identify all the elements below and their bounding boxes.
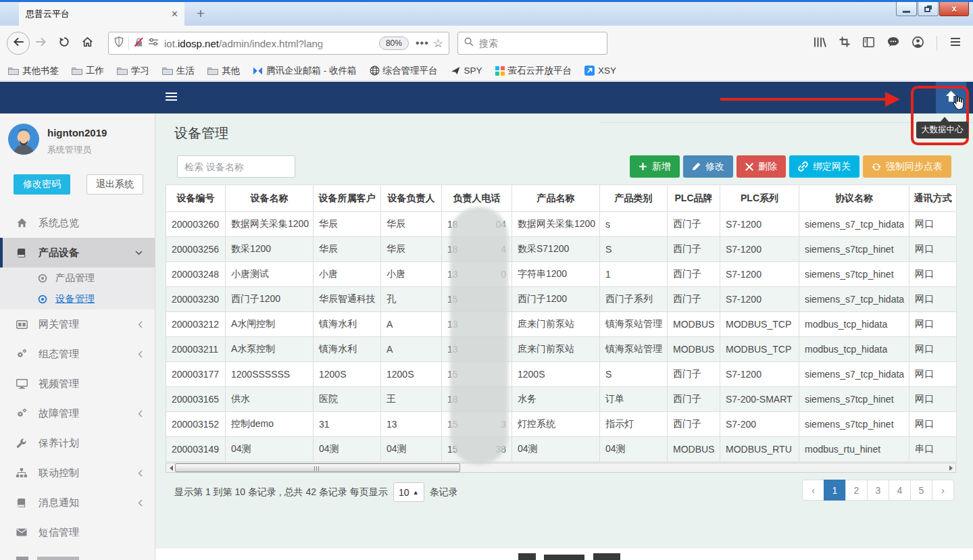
- table-row[interactable]: 200003152控制demo3113153灯控系统指示灯西门子S7-200si…: [166, 412, 957, 437]
- edit-button[interactable]: 修改: [683, 155, 733, 178]
- reload-button[interactable]: [53, 32, 76, 55]
- screenshot-icon[interactable]: [839, 36, 850, 50]
- home-button[interactable]: [76, 32, 99, 55]
- library-icon[interactable]: [814, 36, 826, 51]
- shield-icon[interactable]: [114, 36, 124, 50]
- bookmark-other-bookmarks[interactable]: 其他书签: [8, 65, 59, 77]
- column-header[interactable]: PLC品牌: [668, 185, 720, 212]
- pager-page-4[interactable]: 4: [889, 480, 911, 501]
- browser-search-input[interactable]: [479, 38, 587, 49]
- bookmark-ys7-open-platform[interactable]: 萤石云开放平台: [495, 65, 572, 77]
- new-tab-button[interactable]: +: [191, 5, 210, 24]
- bookmark-integrated-platform[interactable]: 综合管理平台: [370, 65, 438, 77]
- device-search-input[interactable]: [177, 155, 295, 178]
- messenger-icon[interactable]: [887, 36, 899, 50]
- menu-icon[interactable]: [950, 37, 961, 49]
- bookmark-xsy[interactable]: XSY: [584, 66, 616, 76]
- table-cell: 04测: [381, 437, 442, 462]
- table-cell: 小唐: [314, 262, 381, 287]
- back-button[interactable]: [7, 32, 30, 55]
- avatar[interactable]: [8, 124, 39, 157]
- bookmark-tencent-mail[interactable]: 腾讯企业邮箱 - 收件箱: [253, 65, 357, 77]
- zoom-indicator[interactable]: 80%: [379, 36, 409, 50]
- change-password-button[interactable]: 修改密码: [14, 174, 70, 195]
- table-row[interactable]: 200003256数采1200华辰华辰184数采S71200S西门子S7-120…: [166, 237, 957, 262]
- column-header[interactable]: 设备名称: [226, 185, 314, 212]
- browser-search[interactable]: [457, 32, 607, 55]
- sidebar-toggle-button[interactable]: [166, 93, 177, 103]
- scroll-left-icon[interactable]: [166, 463, 176, 472]
- pager-page-2[interactable]: 2: [845, 480, 868, 501]
- window-minimize-button[interactable]: [896, 2, 917, 16]
- column-header[interactable]: 产品类别: [600, 185, 668, 212]
- bookmark-other[interactable]: 其他: [207, 65, 240, 77]
- table-row[interactable]: 200003260数据网关采集1200华辰华辰1804数据网关采集1200s西门…: [166, 212, 957, 237]
- scrollbar-thumb[interactable]: [175, 463, 460, 472]
- forward-button[interactable]: [30, 32, 53, 55]
- bookmark-label: XSY: [598, 66, 616, 76]
- table-header: 设备编号设备名称设备所属客户设备负责人负责人电话产品名称产品类别PLC品牌PLC…: [166, 185, 957, 212]
- table-row[interactable]: 20000314904测04测04测153804测04测MODBUSMODBUS…: [166, 437, 957, 462]
- bookmark-star-icon[interactable]: ☆: [433, 36, 443, 51]
- pager-page-3[interactable]: 3: [867, 480, 889, 501]
- bookmark-life[interactable]: 生活: [162, 65, 195, 77]
- force-sync-button[interactable]: 强制同步点表: [863, 155, 951, 178]
- sidebar-item-maintenance-plan[interactable]: 保养计划: [0, 428, 155, 458]
- sidebar-item-device-management[interactable]: 设备管理: [0, 288, 155, 309]
- tab-close-icon[interactable]: ×: [172, 8, 178, 20]
- column-header[interactable]: 设备负责人: [381, 185, 442, 212]
- horizontal-scrollbar[interactable]: [166, 463, 956, 473]
- logout-button[interactable]: 退出系统: [86, 174, 143, 195]
- bookmark-label: 其他: [222, 65, 240, 77]
- scroll-right-icon[interactable]: [946, 463, 955, 472]
- table-row[interactable]: 200003248小唐测试小唐小唐130字符串12001西门子S7-1200si…: [166, 262, 957, 287]
- sidebar-item-label: 保养计划: [39, 437, 79, 450]
- sidebar-item-fault-management[interactable]: 故障管理: [0, 399, 155, 428]
- pager-page-5[interactable]: 5: [910, 480, 932, 501]
- sidebar-item-product-management[interactable]: 产品管理: [0, 268, 155, 288]
- bind-gateway-button[interactable]: 绑定网关: [789, 155, 859, 178]
- table-row[interactable]: 200003211A水泵控制镇海水利A13庶来门前泵站镇海泵站管理MODBUSM…: [166, 337, 957, 362]
- sidebar-item-gateway-management[interactable]: 网关管理: [0, 309, 155, 339]
- column-header[interactable]: 产品名称: [512, 185, 600, 212]
- column-header[interactable]: PLC系列: [720, 185, 799, 212]
- table-cell: S7-200-SMART: [720, 387, 799, 412]
- table-row[interactable]: 200003165供水医院王18水务订单西门子S7-200-SMARTsieme…: [166, 387, 957, 412]
- sidebar-item-video-management[interactable]: 视频管理: [0, 369, 155, 399]
- add-button[interactable]: 新增: [630, 155, 680, 178]
- pager-page-1[interactable]: 1: [824, 480, 846, 501]
- bookmark-study[interactable]: 学习: [117, 65, 149, 77]
- page-actions-icon[interactable]: •••: [416, 37, 429, 49]
- table-row[interactable]: 2000031771200SSSSSS1200S1200S151200SS西门子…: [166, 362, 957, 387]
- sidebar-item-linkage-control[interactable]: 联动控制: [0, 458, 155, 488]
- bookmark-work[interactable]: 工作: [72, 65, 104, 77]
- window-close-button[interactable]: x: [939, 2, 969, 16]
- pagination-info-suffix: 条记录: [430, 486, 458, 499]
- sidebar-item-sms-management[interactable]: 短信管理: [0, 517, 155, 547]
- account-icon[interactable]: [912, 36, 924, 51]
- titlebar: 思普云平台 × + x: [0, 2, 973, 26]
- column-header[interactable]: 协议名称: [799, 185, 909, 212]
- book-icon: [16, 498, 30, 508]
- pager-prev[interactable]: ‹: [802, 480, 824, 501]
- delete-button[interactable]: 删除: [737, 155, 786, 178]
- pager-next[interactable]: ›: [932, 480, 954, 501]
- column-header[interactable]: 通讯方式: [909, 185, 957, 212]
- sidebars-icon[interactable]: [863, 37, 874, 50]
- column-header[interactable]: 设备所属客户: [314, 185, 381, 212]
- permissions-icon[interactable]: [148, 37, 159, 49]
- sidebar-item-message-notification[interactable]: 消息通知: [0, 488, 155, 517]
- bookmark-spy[interactable]: SPY: [451, 66, 482, 76]
- table-cell: 镇海水利: [314, 337, 381, 362]
- browser-tab[interactable]: 思普云平台 ×: [19, 2, 184, 26]
- sidebar-item-config-management[interactable]: 组态管理: [0, 339, 155, 369]
- sidebar-item-product-device[interactable]: 产品设备: [0, 238, 155, 268]
- insecure-lock-icon[interactable]: [134, 37, 144, 50]
- sidebar-item-system-overview[interactable]: 系统总览: [0, 208, 155, 238]
- page-size-select[interactable]: 10 ▲: [393, 482, 424, 502]
- column-header[interactable]: 设备编号: [166, 185, 226, 212]
- window-restore-button[interactable]: [918, 2, 939, 16]
- table-row[interactable]: 200003212A水闸控制镇海水利A13庶来门前泵站镇海泵站管理MODBUSM…: [166, 312, 957, 337]
- url-bar[interactable]: iot.idosp.net/admin/index.html?lang 80% …: [108, 32, 449, 55]
- table-row[interactable]: 200003230西门子1200华辰智通科技孔15西门子1200西门子系列西门子…: [166, 287, 957, 312]
